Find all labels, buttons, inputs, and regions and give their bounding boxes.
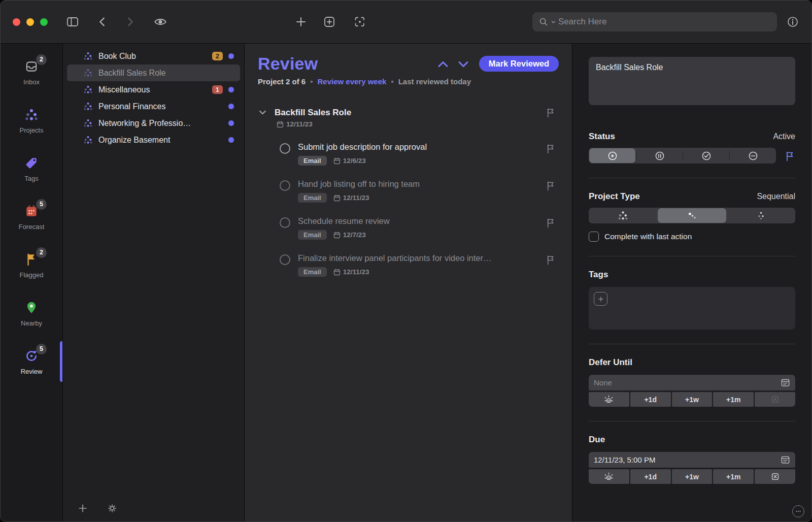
sidebar-item-projects[interactable]: Projects — [1, 96, 62, 144]
project-flag-icon[interactable] — [545, 107, 556, 118]
defer-sunrise-button[interactable] — [589, 392, 629, 407]
project-group-header: Backfill Sales Role — [258, 107, 559, 118]
due-calendar-picker-icon[interactable] — [781, 455, 790, 465]
calendar-icon — [333, 157, 341, 165]
type-parallel-segment[interactable] — [589, 208, 657, 223]
inbox-badge: 2 — [36, 54, 47, 65]
task-title[interactable]: Finalize interview panel participants fo… — [298, 253, 545, 263]
project-list-footer — [63, 495, 244, 521]
info-button[interactable] — [786, 15, 799, 28]
flagged-badge: 2 — [36, 247, 47, 258]
tags-label: Tags — [589, 270, 608, 280]
project-type-label: Project Type — [589, 191, 640, 202]
defer-until-input[interactable]: None — [589, 375, 795, 390]
titlebar — [1, 1, 811, 44]
defer-calendar-picker-icon[interactable] — [781, 378, 790, 387]
divider — [589, 178, 795, 178]
task-tag[interactable]: Email — [298, 230, 327, 240]
minimize-window-button[interactable] — [26, 18, 34, 26]
mark-reviewed-button[interactable]: Mark Reviewed — [479, 56, 559, 72]
perspective-rail: 2 Inbox Projects Tags — [1, 44, 63, 521]
close-window-button[interactable] — [13, 18, 20, 26]
task-flag-icon[interactable] — [545, 180, 556, 191]
app-window: 2 Inbox Projects Tags — [0, 0, 812, 522]
disclosure-chevron-icon[interactable] — [258, 108, 267, 117]
status-segmented-control — [589, 148, 776, 164]
add-project-button[interactable] — [77, 503, 88, 514]
defer-plus-1w-button[interactable]: +1w — [672, 392, 713, 407]
add-tag-button[interactable] — [594, 292, 607, 306]
status-dropped-segment[interactable] — [730, 148, 776, 164]
task-flag-icon[interactable] — [545, 143, 556, 154]
focus-button[interactable] — [353, 15, 366, 28]
status-completed-segment[interactable] — [683, 148, 729, 164]
divider — [589, 344, 795, 344]
task-complete-circle[interactable] — [280, 180, 290, 191]
sidebar-item-forecast[interactable]: 5 Forecast — [1, 192, 62, 241]
status-active-segment[interactable] — [589, 148, 635, 163]
task-tag[interactable]: Email — [298, 193, 327, 203]
previous-project-button[interactable] — [435, 58, 451, 70]
divider — [589, 256, 795, 256]
project-row-networking[interactable]: Networking & Professio… — [67, 115, 240, 132]
defer-plus-1m-button[interactable]: +1m — [713, 392, 754, 407]
project-row-organize-basement[interactable]: Organize Basement — [67, 132, 240, 148]
defer-until-value: None — [594, 378, 781, 387]
project-title-field[interactable]: Backfill Sales Role — [589, 57, 795, 105]
task-complete-circle[interactable] — [280, 254, 290, 265]
due-input[interactable]: 12/11/23, 5:00 PM — [589, 452, 795, 468]
sidebar-item-review[interactable]: 5 Review — [1, 337, 62, 385]
view-options-button[interactable] — [153, 15, 167, 29]
more-options-icon[interactable] — [792, 505, 804, 517]
sidebar-item-flagged[interactable]: 2 Flagged — [1, 241, 62, 289]
project-row-book-club[interactable]: Book Club 2 — [67, 48, 240, 64]
zoom-window-button[interactable] — [40, 18, 48, 26]
due-plus-1d-button[interactable]: +1d — [630, 469, 671, 484]
type-single-actions-segment[interactable] — [727, 208, 795, 223]
sidebar-item-nearby[interactable]: Nearby — [1, 289, 62, 337]
new-action-button[interactable] — [294, 15, 308, 28]
task-flag-icon[interactable] — [545, 254, 556, 265]
task-flag-icon[interactable] — [545, 217, 556, 228]
task-title[interactable]: Schedule resume review — [298, 216, 545, 226]
add-to-inbox-button[interactable] — [323, 15, 336, 28]
defer-clear-button[interactable] — [755, 392, 795, 407]
review-header: Review Mark Reviewed — [258, 54, 559, 74]
tag-icon — [24, 156, 39, 170]
review-frequency-link[interactable]: Review every week — [317, 77, 386, 86]
project-flag-toggle[interactable] — [784, 150, 795, 161]
task-tag[interactable]: Email — [298, 156, 327, 166]
due-plus-1m-button[interactable]: +1m — [713, 469, 754, 484]
sidebar-item-tags[interactable]: Tags — [1, 144, 62, 192]
task-title[interactable]: Hand job listing off to hiring team — [298, 179, 545, 189]
complete-with-last-action-checkbox[interactable] — [589, 232, 599, 242]
forward-button[interactable] — [124, 16, 136, 28]
status-on-hold-segment[interactable] — [636, 148, 683, 164]
calendar-icon — [277, 121, 284, 128]
project-count: Project 2 of 6 — [258, 77, 306, 86]
review-due-dot — [228, 137, 234, 143]
toggle-sidebar-button[interactable] — [66, 15, 79, 28]
search-field[interactable] — [532, 12, 777, 31]
task-title[interactable]: Submit job description for approval — [298, 142, 545, 152]
task-tag[interactable]: Email — [298, 267, 327, 277]
tags-field — [589, 287, 795, 330]
status-value: Active — [773, 132, 795, 141]
next-project-button[interactable] — [456, 58, 471, 70]
due-sunrise-button[interactable] — [589, 469, 629, 484]
project-badge: 2 — [212, 52, 223, 60]
task-row: Schedule resume review Email 12/7/23 — [258, 216, 559, 240]
settings-gear-icon[interactable] — [107, 503, 118, 514]
project-row-personal-finances[interactable]: Personal Finances — [67, 98, 240, 115]
project-row-backfill-sales-role[interactable]: Backfill Sales Role — [67, 64, 240, 81]
type-sequential-segment[interactable] — [658, 208, 726, 223]
sidebar-item-inbox[interactable]: 2 Inbox — [1, 48, 62, 96]
due-clear-button[interactable] — [755, 469, 795, 484]
defer-plus-1d-button[interactable]: +1d — [630, 392, 671, 407]
back-button[interactable] — [96, 16, 109, 28]
task-complete-circle[interactable] — [280, 217, 290, 228]
task-complete-circle[interactable] — [280, 143, 290, 154]
search-input[interactable] — [558, 17, 771, 27]
project-row-miscellaneous[interactable]: Miscellaneous 1 — [67, 81, 240, 98]
due-plus-1w-button[interactable]: +1w — [672, 469, 713, 484]
